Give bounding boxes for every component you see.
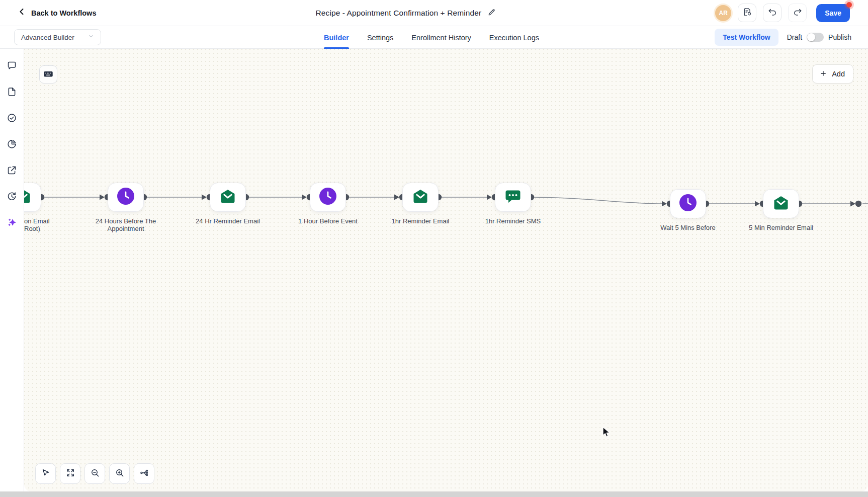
- keyboard-icon: [43, 68, 54, 81]
- unsaved-changes-badge: [846, 2, 852, 8]
- toggle-knob: [807, 33, 815, 41]
- node-1hr-reminder-email[interactable]: [402, 183, 439, 212]
- fit-screen-tool-button[interactable]: [60, 463, 80, 484]
- pencil-icon: [487, 8, 496, 18]
- node-label-wait-24-hours-before-appointment: 24 Hours Before The Appointment: [85, 217, 166, 233]
- zoom-in-tool-button[interactable]: [109, 463, 130, 484]
- canvas-toolbar: [35, 463, 154, 484]
- ai-sparkles-icon: [7, 217, 17, 229]
- node-24-hr-reminder-email[interactable]: [210, 183, 246, 212]
- sidebar-item-check-circle[interactable]: [5, 112, 20, 125]
- external-link-icon: [7, 165, 17, 177]
- keyboard-shortcuts-button[interactable]: [39, 65, 57, 84]
- workflow-connections: [24, 49, 868, 491]
- window-bottom-strip: [0, 491, 868, 497]
- save-button[interactable]: Save: [816, 4, 850, 22]
- tab-builder[interactable]: Builder: [324, 26, 349, 49]
- sms-node-icon: [504, 187, 522, 207]
- comment-icon: [7, 60, 17, 72]
- add-label: Add: [832, 70, 845, 78]
- node-1hr-reminder-sms[interactable]: [495, 183, 531, 212]
- avatar[interactable]: AR: [715, 5, 731, 21]
- test-workflow-button[interactable]: Test Workflow: [715, 29, 778, 46]
- sidebar-item-file[interactable]: [5, 86, 20, 99]
- zoom-out-tool-button[interactable]: [84, 463, 105, 484]
- revision-history-icon: [742, 7, 752, 19]
- node-label-24-hr-reminder-email: 24 Hr Reminder Email: [188, 217, 268, 225]
- clock-node-icon: [319, 187, 337, 207]
- back-button[interactable]: Back to Workflows: [17, 7, 96, 19]
- sidebar-item-history[interactable]: [5, 191, 20, 204]
- zoom-in-icon: [115, 468, 125, 479]
- node-confirmation-email-root[interactable]: [24, 183, 41, 212]
- builder-mode-select[interactable]: Advanced Builder: [14, 29, 101, 45]
- clock-node-icon: [117, 187, 135, 207]
- cursor-icon: [41, 468, 51, 479]
- email-node-icon: [24, 187, 32, 207]
- node-wait-24-hours-before-appointment[interactable]: [108, 183, 144, 212]
- auto-layout-tool-button[interactable]: [134, 463, 154, 484]
- workflow-builder-app: Back to Workflows Recipe - Appointment C…: [0, 0, 868, 497]
- node-label-confirmation-email-root: on Email Root): [24, 217, 79, 233]
- redo-icon: [793, 7, 803, 19]
- tab-bar: BuilderSettingsEnrollment HistoryExecuti…: [324, 26, 539, 49]
- left-sidebar: [0, 49, 24, 491]
- check-circle-icon: [7, 113, 17, 125]
- page-title: Recipe - Appointment Confirmation + Remi…: [316, 9, 482, 18]
- clock-node-icon: [679, 194, 697, 214]
- cursor-tool-button[interactable]: [35, 463, 56, 484]
- node-label-wait-5-mins-before: Wait 5 Mins Before: [648, 224, 728, 231]
- email-node-icon: [411, 187, 429, 207]
- sidebar-item-external-link[interactable]: [5, 164, 20, 178]
- mouse-cursor: [602, 427, 613, 441]
- undo-button[interactable]: [763, 4, 782, 22]
- edit-title-button[interactable]: [487, 8, 496, 18]
- back-chevron-icon: [17, 7, 27, 19]
- publish-label: Publish: [828, 33, 851, 41]
- chevron-down-icon: [88, 33, 95, 42]
- node-label-1hr-reminder-email: 1hr Reminder Email: [380, 217, 461, 225]
- node-wait-1-hour-before-event[interactable]: [310, 183, 346, 212]
- node-5-min-reminder-email[interactable]: [763, 189, 799, 218]
- sidebar-item-ai-sparkles[interactable]: [5, 217, 20, 230]
- node-label-5-min-reminder-email: 5 Min Reminder Email: [741, 224, 821, 231]
- tab-settings[interactable]: Settings: [367, 26, 393, 49]
- revision-history-button[interactable]: [738, 4, 756, 22]
- node-wait-5-mins-before[interactable]: [670, 189, 706, 218]
- add-node-button[interactable]: Add: [812, 64, 853, 84]
- sidebar-item-pie-chart[interactable]: [5, 138, 20, 151]
- tab-execution-logs[interactable]: Execution Logs: [489, 26, 539, 49]
- email-node-icon: [772, 194, 790, 214]
- redo-button[interactable]: [788, 4, 807, 22]
- header: Back to Workflows Recipe - Appointment C…: [0, 0, 868, 26]
- publish-toggle[interactable]: [807, 33, 824, 42]
- file-icon: [7, 87, 17, 99]
- sidebar-item-comment[interactable]: [5, 60, 20, 73]
- back-label: Back to Workflows: [31, 9, 96, 17]
- builder-mode-label: Advanced Builder: [21, 34, 74, 41]
- auto-layout-icon: [139, 468, 149, 479]
- node-label-1hr-reminder-sms: 1hr Reminder SMS: [473, 217, 553, 225]
- workflow-canvas[interactable]: Add on Email Root)24 Hours Before The Ap…: [24, 49, 868, 491]
- history-icon: [7, 191, 17, 203]
- zoom-out-icon: [90, 468, 100, 479]
- email-node-icon: [219, 187, 237, 207]
- fit-screen-icon: [65, 468, 75, 479]
- tab-enrollment-history[interactable]: Enrollment History: [411, 26, 471, 49]
- pie-chart-icon: [7, 139, 17, 151]
- undo-icon: [767, 7, 777, 19]
- plus-icon: [819, 69, 827, 79]
- draft-label: Draft: [787, 33, 802, 41]
- node-label-wait-1-hour-before-event: 1 Hour Before Event: [288, 217, 368, 225]
- subheader: Advanced Builder BuilderSettingsEnrollme…: [0, 26, 868, 49]
